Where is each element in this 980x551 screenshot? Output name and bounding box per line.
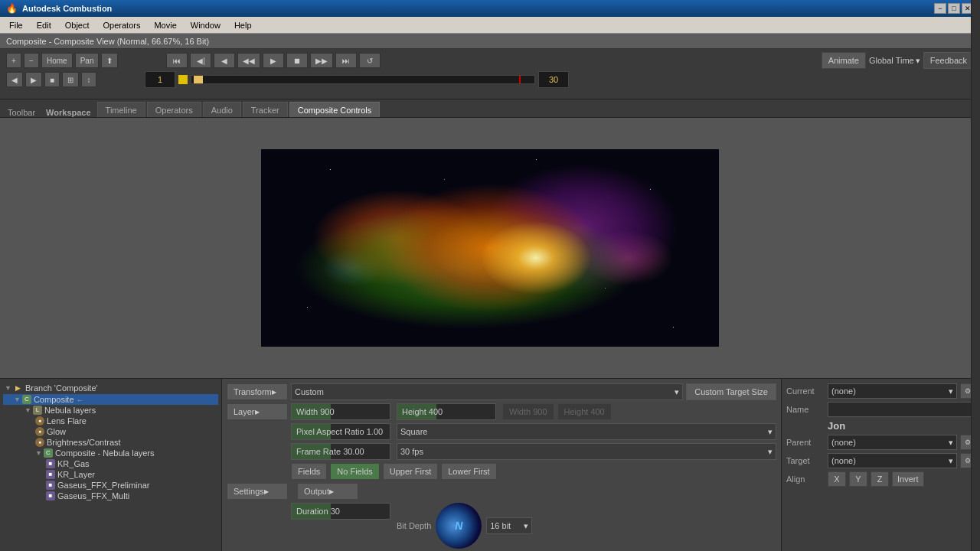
align-label: Align [786, 474, 825, 484]
tab-audio[interactable]: Audio [203, 102, 241, 117]
gaseus-prelim-label: Gaseus_FFX_Preliminar [57, 481, 149, 490]
tab-timeline[interactable]: Timeline [97, 102, 145, 117]
tree-item-kr-gas[interactable]: ■ KR_Gas [3, 458, 218, 469]
pixel-aspect-row: Pixel Aspect Ratio 1.00 Square ▾ [227, 423, 776, 440]
parent-dropdown[interactable]: (none) ▾ [828, 435, 957, 450]
toolbar-row-1: + − Home Pan ⬆ ⏮ ◀| ◀ ◀◀ ▶ ⏹ ▶▶ ⏭ ↺ Anim… [6, 52, 974, 69]
menu-object[interactable]: Object [59, 19, 96, 31]
timeline-scrubber[interactable] [191, 75, 535, 84]
global-time-dropdown[interactable]: Global Time ▾ [869, 56, 920, 66]
no-fields-btn[interactable]: No Fields [330, 463, 379, 480]
menu-movie[interactable]: Movie [148, 19, 182, 31]
duration-row: Duration 30 Bit Depth N 16 bit ▾ [227, 503, 776, 549]
menu-edit[interactable]: Edit [31, 19, 57, 31]
view-split[interactable]: ⊞ [62, 72, 79, 87]
upper-first-btn[interactable]: Upper First [383, 463, 438, 480]
target-row: Target (none) ▾ ⚙ [786, 453, 975, 468]
custom-dropdown[interactable]: Custom ▾ [291, 383, 683, 400]
play-back-button[interactable]: ◀◀ [237, 53, 260, 68]
tab-tracker[interactable]: Tracker [243, 102, 288, 117]
parent-row: Parent (none) ▾ ⚙ [786, 435, 975, 450]
menu-help[interactable]: Help [228, 19, 258, 31]
tree-item-branch[interactable]: ▼ ▶ Branch 'Composite' [3, 382, 218, 394]
maximize-button[interactable]: □ [948, 3, 960, 14]
add-button[interactable]: + [6, 53, 21, 68]
step-back-button[interactable]: ◀ [214, 53, 235, 68]
fields-btn[interactable]: Fields [291, 463, 327, 480]
animate-button[interactable]: Animate [822, 52, 866, 69]
name-input[interactable] [828, 402, 975, 417]
custom-target-size-btn[interactable]: Custom Target Size [686, 383, 776, 400]
frame-current[interactable]: 1 [145, 71, 175, 88]
square-dropdown[interactable]: Square ▾ [397, 423, 776, 440]
goto-start-button[interactable]: ⏮ [166, 53, 188, 68]
home-button[interactable]: Home [41, 53, 73, 68]
tree-item-glow[interactable]: ● Glow [3, 426, 218, 437]
menu-operators[interactable]: Operators [97, 19, 147, 31]
width-field[interactable]: Width 900 [291, 403, 390, 420]
view-selector[interactable]: ■ [44, 72, 60, 87]
target-chevron: ▾ [949, 456, 953, 466]
minimize-button[interactable]: − [934, 3, 946, 14]
output-label[interactable]: Output [297, 483, 358, 500]
remove-button[interactable]: − [24, 53, 39, 68]
next-frame-button[interactable]: ▶▶ [310, 53, 333, 68]
tab-operators[interactable]: Operators [147, 102, 201, 117]
arrow-up-button[interactable]: ⬆ [101, 53, 118, 68]
duration-field[interactable]: Duration 30 [291, 503, 390, 520]
pixel-aspect-field[interactable]: Pixel Aspect Ratio 1.00 [291, 423, 390, 440]
transform-row: Transform Custom ▾ Custom Target Size [227, 383, 776, 400]
settings-label[interactable]: Settings [227, 483, 288, 500]
target-dropdown[interactable]: (none) ▾ [828, 453, 957, 468]
goto-end-button[interactable]: ⏭ [335, 53, 357, 68]
play-button[interactable]: ▶ [263, 53, 284, 68]
menu-file[interactable]: File [3, 19, 29, 31]
expand-icon-nebula: ▼ [24, 406, 31, 414]
comp-nebula-label: Composite - Nebula layers [55, 448, 155, 458]
back-button[interactable]: ◀ [6, 72, 23, 87]
z-button[interactable]: Z [871, 471, 889, 487]
global-time-chevron: ▾ [916, 56, 920, 66]
y-button[interactable]: Y [849, 471, 867, 487]
tree-item-lens-flare[interactable]: ● Lens Flare [3, 416, 218, 426]
target-value: (none) [831, 456, 856, 465]
tree-item-kr-layer[interactable]: ■ KR_Layer [3, 469, 218, 480]
layer-label[interactable]: Layer [227, 403, 288, 420]
fps-dropdown[interactable]: 30 fps ▾ [397, 443, 776, 460]
tree-item-brightness[interactable]: ● Brightness/Contrast [3, 437, 218, 448]
forward-button[interactable]: ▶ [25, 72, 42, 87]
height-field[interactable]: Height 400 [397, 403, 496, 420]
stop-button[interactable]: ⏹ [286, 53, 308, 68]
feedback-button[interactable]: Feedback [923, 52, 974, 69]
tree-panel: ▼ ▶ Branch 'Composite' ▼ C Composite ← ▼… [0, 379, 222, 551]
autodesk-logo: N [436, 503, 482, 549]
bit-depth-label: Bit Depth [397, 521, 431, 530]
tree-item-gaseus-prelim[interactable]: ■ Gaseus_FFX_Preliminar [3, 480, 218, 491]
name-row: Name [786, 402, 975, 417]
current-row: Current (none) ▾ ⚙ [786, 383, 975, 399]
bit-16-value: 16 bit [490, 521, 511, 530]
invert-button[interactable]: Invert [892, 471, 924, 487]
current-dropdown[interactable]: (none) ▾ [828, 383, 957, 399]
bit-depth-dropdown[interactable]: 16 bit ▾ [486, 517, 532, 534]
title-bar-controls: − □ ✕ [934, 3, 974, 14]
x-button[interactable]: X [828, 471, 846, 487]
branch-label: Branch 'Composite' [25, 383, 98, 393]
expand-icon-composite: ▼ [14, 396, 21, 403]
tab-composite-controls[interactable]: Composite Controls [289, 102, 381, 117]
view-mode[interactable]: ↕ [81, 72, 96, 87]
timeline-indicator [194, 76, 203, 83]
menu-window[interactable]: Window [185, 19, 227, 31]
parent-label: Parent [786, 438, 825, 447]
pan-button[interactable]: Pan [75, 53, 100, 68]
tree-item-nebula-layers[interactable]: ▼ L Nebula layers [3, 405, 218, 416]
tree-item-composite[interactable]: ▼ C Composite ← [3, 394, 218, 405]
loop-button[interactable]: ↺ [359, 53, 381, 68]
tree-item-gaseus-multi[interactable]: ■ Gaseus_FFX_Multi [3, 491, 218, 501]
prev-frame-button[interactable]: ◀| [190, 53, 211, 68]
frame-rate-field[interactable]: Frame Rate 30.00 [291, 443, 390, 460]
tree-item-composite-nebula[interactable]: ▼ C Composite - Nebula layers [3, 448, 218, 458]
transform-label[interactable]: Transform [227, 383, 288, 400]
lower-first-btn[interactable]: Lower First [441, 463, 496, 480]
frame-end[interactable]: 30 [538, 71, 569, 88]
